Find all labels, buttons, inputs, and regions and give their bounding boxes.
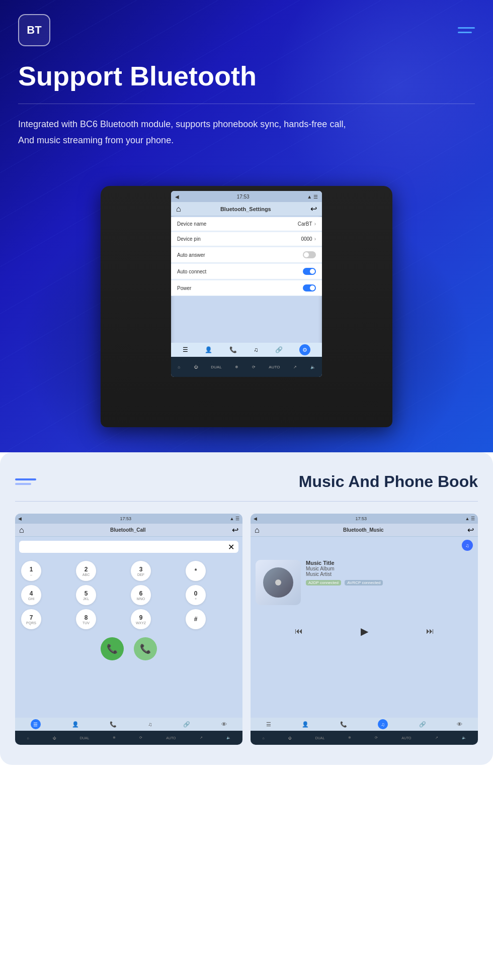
call-icon: 📞 [107, 643, 118, 654]
car-power-icon[interactable]: ⏻ [194, 365, 198, 369]
home-icon[interactable]: ⌂ [176, 205, 181, 214]
settings-row-device-pin[interactable]: Device pin 0000 › [171, 232, 322, 246]
phone-search-clear-icon[interactable]: ✕ [228, 542, 234, 552]
screens-row: ◀ 17:53 ▲ ☰ ⌂ Bluetooth_Call ↩ ✕ 1 – 2 A… [15, 514, 478, 745]
phone-car-home[interactable]: ⌂ [27, 736, 29, 740]
phone-status-icons: ▲ ☰ [230, 516, 239, 521]
dial-sub: JKL [83, 597, 89, 601]
phone-time: 17:53 [120, 516, 132, 521]
settings-row-device-name[interactable]: Device name CarBT › [171, 217, 322, 231]
phone-tab-link-icon[interactable]: 🔗 [183, 721, 190, 728]
car-snow-icon: ❄ [235, 365, 238, 369]
music-home-icon[interactable]: ⌂ [255, 526, 260, 535]
tab-menu-icon[interactable]: ☰ [183, 346, 188, 353]
phone-nav-back-icon[interactable]: ↩ [232, 525, 238, 535]
settings-row-auto-answer[interactable]: Auto answer [171, 247, 322, 263]
music-tab-music-icon[interactable]: ♫ [378, 719, 388, 729]
music-prev-button[interactable]: ⏮ [295, 627, 303, 636]
music-tab-phone-icon[interactable]: 📞 [340, 721, 347, 728]
end-call-button[interactable]: 📞 [134, 637, 157, 660]
music-car-power[interactable]: ⏻ [288, 736, 292, 740]
music-next-button[interactable]: ⏭ [426, 627, 434, 636]
phone-car-fan: ⟳ [139, 736, 142, 740]
hero-divider [18, 104, 475, 104]
phone-tab-phone-icon[interactable]: 📞 [110, 721, 117, 728]
hero-header: BT [0, 0, 493, 46]
dial-digit: # [194, 616, 198, 623]
music-album-text: Music Album [306, 566, 473, 571]
dial-btn-1[interactable]: 1 – [21, 561, 41, 581]
dial-btn-2[interactable]: 2 ABC [76, 561, 96, 581]
screen-status-bar: ◀ 17:53 ▲ ☰ [171, 191, 322, 202]
nav-back-icon[interactable]: ↩ [310, 204, 317, 214]
a2dp-badge: A2DP connected [306, 580, 341, 585]
phone-status-bar: ◀ 17:53 ▲ ☰ [15, 514, 242, 524]
power-toggle[interactable] [303, 284, 316, 291]
phone-tab-music-icon[interactable]: ♫ [148, 721, 152, 727]
phone-car-vol[interactable]: 🔈 [226, 736, 231, 740]
tab-user-icon[interactable]: 👤 [205, 346, 212, 353]
music-tab-link-icon[interactable]: 🔗 [419, 721, 426, 728]
dial-btn-9[interactable]: 9 WXYZ [131, 609, 151, 629]
music-car-arrow: ↗ [435, 736, 438, 740]
music-note-button[interactable]: ♫ [462, 540, 473, 551]
phone-search-bar[interactable]: ✕ [19, 541, 238, 553]
music-car-home[interactable]: ⌂ [262, 736, 264, 740]
settings-row-power[interactable]: Power [171, 280, 322, 296]
music-play-button[interactable]: ▶ [361, 625, 368, 637]
phone-home-icon[interactable]: ⌂ [19, 526, 24, 535]
s2-icon-line-1 [15, 478, 36, 480]
dial-digit: 6 [139, 590, 143, 597]
dial-btn-6[interactable]: 6 MNO [131, 585, 151, 605]
dial-digit: 9 [139, 614, 143, 621]
settings-row-auto-connect[interactable]: Auto connect [171, 264, 322, 279]
dial-btn-3[interactable]: 3 DEF [131, 561, 151, 581]
auto-connect-label: Auto connect [177, 269, 206, 274]
music-status-bar: ◀ 17:53 ▲ ☰ [251, 514, 478, 524]
tab-phone-icon[interactable]: 📞 [229, 346, 237, 353]
music-car-auto: AUTO [401, 736, 411, 740]
tab-settings-icon[interactable]: ⚙ [299, 344, 310, 355]
dial-btn-8[interactable]: 8 TUV [76, 609, 96, 629]
back-arrow-icon[interactable]: ◀ [175, 194, 179, 200]
dial-btn-star[interactable]: * [186, 561, 206, 581]
phone-tab-eye-icon[interactable]: 👁 [221, 721, 227, 727]
dial-btn-hash[interactable]: # [186, 609, 206, 629]
auto-answer-toggle[interactable] [303, 251, 316, 258]
car-home-icon[interactable]: ⌂ [178, 365, 180, 369]
music-tab-menu-icon[interactable]: ☰ [266, 721, 271, 728]
phone-back-arrow[interactable]: ◀ [18, 516, 22, 521]
auto-connect-toggle[interactable] [303, 268, 316, 275]
dial-digit: 3 [139, 566, 143, 573]
dial-sub: DEF [137, 573, 144, 576]
dial-digit: 2 [85, 566, 88, 573]
music-note-icon: ♫ [465, 543, 469, 548]
hero-section: BT Support Bluetooth Integrated with BC6… [0, 0, 493, 452]
dial-btn-7[interactable]: 7 PQRS [21, 609, 41, 629]
music-tab-eye-icon[interactable]: 👁 [457, 721, 462, 727]
screen-nav-bar: ⌂ Bluetooth_Settings ↩ [171, 202, 322, 216]
music-nav-bar: ⌂ Bluetooth_Music ↩ [251, 524, 478, 537]
page-title: Support Bluetooth [0, 46, 493, 91]
phone-car-power[interactable]: ⏻ [53, 736, 56, 740]
music-car-dual: DUAL [315, 736, 325, 740]
dial-sub: – [30, 573, 32, 576]
hamburger-menu-button[interactable] [458, 27, 475, 33]
tab-music-icon[interactable]: ♫ [254, 346, 258, 353]
car-vol-icon[interactable]: 🔈 [310, 365, 315, 369]
music-tab-user-icon[interactable]: 👤 [302, 721, 309, 728]
call-button[interactable]: 📞 [101, 637, 124, 660]
phone-tab-menu-icon[interactable]: ☰ [31, 719, 41, 729]
music-back-arrow[interactable]: ◀ [254, 516, 257, 521]
dial-digit: 7 [30, 614, 33, 621]
dial-btn-0[interactable]: 0 + [186, 585, 206, 605]
music-content: Music Title Music Album Music Artist A2D… [251, 554, 478, 648]
phone-bottom-tabs: ☰ 👤 📞 ♫ 🔗 👁 [15, 718, 242, 731]
phone-tab-user-icon[interactable]: 👤 [72, 721, 79, 728]
dial-btn-4[interactable]: 4 GHI [21, 585, 41, 605]
music-nav-back-icon[interactable]: ↩ [467, 525, 474, 535]
tab-link-icon[interactable]: 🔗 [275, 346, 283, 353]
settings-content: Device name CarBT › Device pin 0000 › [171, 217, 322, 296]
music-car-vol[interactable]: 🔈 [462, 736, 466, 740]
dial-btn-5[interactable]: 5 JKL [76, 585, 96, 605]
